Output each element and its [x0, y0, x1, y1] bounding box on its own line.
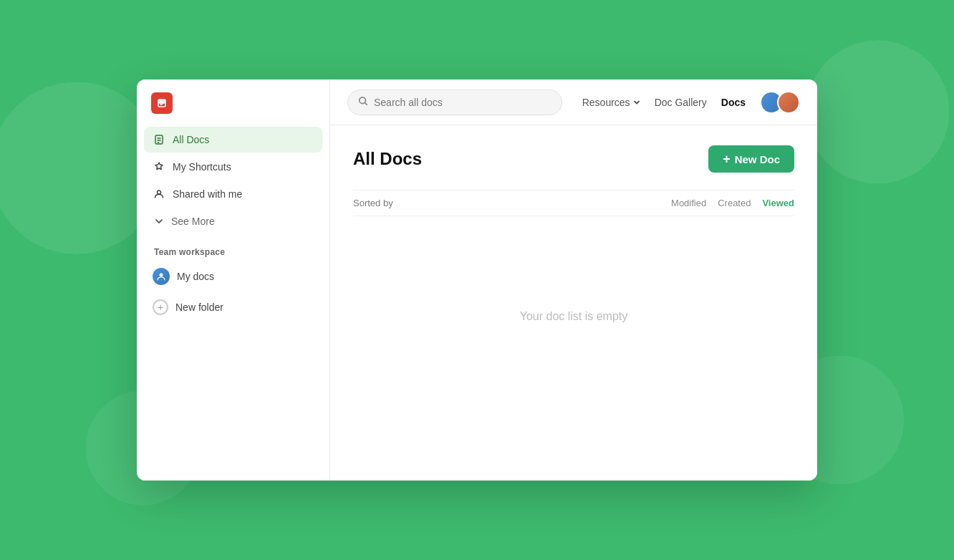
- sidebar-item-my-shortcuts[interactable]: My Shortcuts: [144, 154, 322, 180]
- sidebar-item-all-docs[interactable]: All Docs: [144, 127, 322, 153]
- docs-link[interactable]: Docs: [721, 97, 746, 108]
- sort-viewed[interactable]: Viewed: [762, 198, 794, 208]
- avatar-group: [760, 91, 800, 114]
- plus-icon: +: [153, 299, 168, 315]
- sidebar-item-my-docs[interactable]: My docs: [144, 261, 322, 291]
- svg-point-3: [160, 274, 163, 277]
- sidebar-logo: [137, 79, 329, 127]
- topbar: Resources Doc Gallery Docs: [330, 79, 817, 125]
- sidebar-nav: All Docs My Shortcuts: [137, 127, 329, 481]
- doc-gallery-label: Doc Gallery: [655, 97, 707, 108]
- doc-icon: [153, 133, 165, 146]
- sidebar-see-more[interactable]: See More: [144, 208, 322, 234]
- sort-created[interactable]: Created: [718, 198, 751, 208]
- empty-state-text: Your doc list is empty: [520, 310, 628, 323]
- chevron-down-icon: [153, 215, 165, 228]
- sorted-by-label: Sorted by: [353, 198, 393, 208]
- sort-modified[interactable]: Modified: [671, 198, 706, 208]
- new-folder-label: New folder: [175, 301, 223, 313]
- sidebar-item-my-shortcuts-label: My Shortcuts: [173, 161, 231, 173]
- app-window: All Docs My Shortcuts: [137, 79, 817, 481]
- search-input[interactable]: [374, 97, 551, 108]
- page-header: All Docs + New Doc: [353, 145, 794, 173]
- svg-point-2: [158, 190, 161, 194]
- sidebar-item-new-folder[interactable]: + New folder: [144, 293, 322, 322]
- app-logo-icon[interactable]: [151, 92, 173, 114]
- new-doc-label: New Doc: [735, 153, 780, 165]
- resources-label: Resources: [582, 97, 630, 108]
- person-icon: [153, 188, 165, 201]
- resources-chevron-icon: [633, 97, 640, 108]
- search-icon: [358, 96, 368, 109]
- sort-options: Modified Created Viewed: [671, 198, 794, 208]
- page-body: All Docs + New Doc Sorted by Modified Cr…: [330, 125, 817, 481]
- page-title: All Docs: [353, 149, 422, 169]
- plus-new-doc-icon: +: [723, 153, 731, 165]
- star-icon: [153, 160, 165, 173]
- sidebar-item-shared-with-me[interactable]: Shared with me: [144, 181, 322, 207]
- resources-link[interactable]: Resources: [582, 97, 640, 108]
- sort-bar: Sorted by Modified Created Viewed: [353, 190, 794, 216]
- sidebar-item-all-docs-label: All Docs: [173, 134, 209, 145]
- main-content: Resources Doc Gallery Docs: [330, 79, 817, 481]
- see-more-label: See More: [171, 216, 215, 227]
- workspace-section-label: Team workspace: [144, 236, 322, 261]
- doc-gallery-link[interactable]: Doc Gallery: [655, 97, 707, 108]
- sidebar-item-shared-with-me-label: Shared with me: [173, 188, 242, 200]
- empty-state: Your doc list is empty: [353, 216, 794, 417]
- sidebar: All Docs My Shortcuts: [137, 79, 330, 481]
- avatar-2: [777, 91, 800, 114]
- docs-label: Docs: [721, 97, 746, 108]
- my-docs-label: My docs: [177, 271, 214, 282]
- workspace-avatar: [153, 268, 170, 285]
- search-bar[interactable]: [347, 90, 562, 115]
- new-doc-button[interactable]: + New Doc: [708, 145, 794, 173]
- topbar-nav: Resources Doc Gallery Docs: [582, 91, 800, 114]
